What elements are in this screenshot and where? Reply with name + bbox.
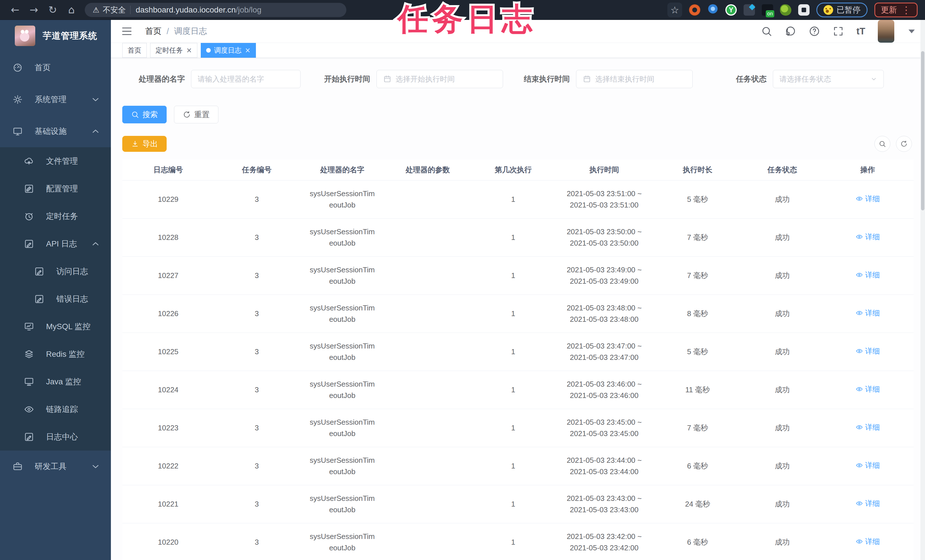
sidebar-item-13[interactable]: 日志中心	[0, 423, 111, 450]
cell-log-id: 10226	[122, 295, 214, 333]
detail-link[interactable]: 详细	[856, 422, 880, 433]
sidebar-item-label: Redis 监控	[46, 349, 84, 360]
cell-task-id: 3	[214, 371, 300, 409]
cell-duration: 11 毫秒	[652, 371, 743, 409]
page-scrollbar[interactable]	[920, 20, 925, 560]
reset-button[interactable]: 重置	[174, 106, 218, 123]
sidebar-item-2[interactable]: 基础设施	[0, 115, 111, 147]
cell-params	[385, 218, 471, 256]
search-button[interactable]: 搜索	[122, 106, 167, 123]
search-icon[interactable]	[761, 26, 772, 37]
toggle-search-button[interactable]	[874, 136, 890, 152]
search-actions: 搜索 重置	[122, 106, 914, 123]
github-icon[interactable]	[785, 26, 796, 37]
avatar[interactable]	[878, 20, 894, 43]
sidebar-item-label: 定时任务	[46, 211, 78, 222]
extensions-puzzle-icon[interactable]	[798, 4, 809, 16]
sidebar-item-0[interactable]: 首页	[0, 52, 111, 84]
font-size-icon[interactable]: tT	[856, 26, 865, 37]
hamburger-icon[interactable]	[121, 26, 133, 37]
help-icon[interactable]	[809, 26, 820, 37]
ext-blue-bulb-icon[interactable]	[707, 4, 719, 16]
ext-orange-circle-icon[interactable]	[689, 4, 701, 16]
table-header-row: 日志编号任务编号处理器的名字处理器的参数第几次执行执行时间执行时长任务状态操作	[122, 160, 914, 180]
close-icon[interactable]: ×	[245, 46, 250, 54]
sidebar-item-8[interactable]: 错误日志	[0, 285, 111, 313]
filter-select-input-3[interactable]: 请选择任务状态	[773, 70, 884, 88]
sidebar-item-12[interactable]: 链路追踪	[0, 395, 111, 423]
filter-text-input-0[interactable]: 请输入处理器的名字	[191, 70, 301, 88]
breadcrumb-separator: /	[167, 27, 169, 36]
app-logo[interactable]: 芋道管理系统	[0, 20, 111, 52]
time-line1: 2021-05-03 23:46:00 ~	[556, 378, 652, 390]
sidebar-item-label: 基础设施	[35, 126, 66, 137]
filter-date-input-1[interactable]: 选择开始执行时间	[377, 70, 503, 88]
browser-menu-icon[interactable]: ⋮	[901, 4, 911, 16]
ext-green-leaf-icon[interactable]	[780, 4, 791, 16]
cell-params	[385, 180, 471, 218]
chevron-down-icon[interactable]	[908, 30, 915, 33]
time-line1: 2021-05-03 23:44:00 ~	[556, 455, 652, 466]
cell-handler: sysUserSessionTimeoutJob	[300, 333, 385, 371]
sidebar-item-7[interactable]: 访问日志	[0, 257, 111, 285]
ext-green-y-icon[interactable]	[725, 4, 737, 16]
sidebar-item-label: 文件管理	[46, 156, 78, 167]
detail-link[interactable]: 详细	[856, 345, 880, 357]
close-icon[interactable]: ×	[186, 46, 192, 54]
cell-count: 1	[471, 218, 556, 256]
export-button[interactable]: 导出	[122, 136, 167, 152]
sidebar-item-3[interactable]: 文件管理	[0, 147, 111, 175]
chevron-down-icon	[871, 75, 877, 83]
input-placeholder: 请选择任务状态	[779, 74, 831, 84]
detail-label: 详细	[865, 384, 880, 395]
forward-icon[interactable]: →	[24, 4, 43, 16]
detail-link[interactable]: 详细	[856, 384, 880, 395]
sidebar-item-10[interactable]: Redis 监控	[0, 340, 111, 368]
cell-actions: 详细	[822, 371, 914, 409]
cell-task-id: 3	[214, 295, 300, 333]
cell-duration: 8 毫秒	[652, 295, 743, 333]
back-icon[interactable]: ←	[6, 4, 24, 16]
detail-link[interactable]: 详细	[856, 498, 880, 509]
sidebar-item-11[interactable]: Java 监控	[0, 368, 111, 395]
tab-0[interactable]: 首页	[122, 43, 147, 58]
tab-1[interactable]: 定时任务×	[150, 43, 197, 58]
sidebar-item-4[interactable]: 配置管理	[0, 175, 111, 202]
sidebar-item-6[interactable]: API 日志	[0, 230, 111, 257]
home-icon[interactable]: ⌂	[62, 4, 81, 16]
address-bar[interactable]: ⚠ 不安全 dashboard.yudao.iocoder.cn/job/log	[85, 3, 346, 17]
chevron-down-icon	[90, 461, 101, 471]
refresh-table-button[interactable]	[896, 136, 912, 152]
filter-date-input-2[interactable]: 选择结束执行时间	[576, 70, 693, 88]
detail-link[interactable]: 详细	[856, 193, 880, 205]
reload-icon[interactable]: ↻	[43, 4, 62, 16]
paused-chip[interactable]: 已暂停	[817, 3, 868, 17]
detail-link[interactable]: 详细	[856, 536, 880, 547]
sidebar-item-5[interactable]: 定时任务	[0, 202, 111, 230]
breadcrumb-home[interactable]: 首页	[145, 26, 161, 37]
time-line1: 2021-05-03 23:48:00 ~	[556, 302, 652, 313]
sidebar-item-9[interactable]: MySQL 监控	[0, 313, 111, 340]
fullscreen-icon[interactable]	[833, 26, 844, 37]
ext-grid-diamond-icon[interactable]	[744, 4, 755, 16]
ext-on-badge-icon[interactable]	[762, 4, 773, 16]
detail-link[interactable]: 详细	[856, 460, 880, 471]
time-line2: 2021-05-03 23:51:00	[556, 199, 652, 211]
sidebar-item-1[interactable]: 系统管理	[0, 84, 111, 115]
table-toolbar: 导出	[122, 136, 914, 152]
table-row: 102223sysUserSessionTimeoutJob12021-05-0…	[122, 447, 914, 485]
detail-link[interactable]: 详细	[856, 307, 880, 319]
sidebar-item-14[interactable]: 研发工具	[0, 450, 111, 482]
browser-update-button[interactable]: 更新 ⋮	[874, 3, 917, 17]
detail-link[interactable]: 详细	[856, 231, 880, 242]
sidebar-item-label: 首页	[35, 62, 51, 73]
scrollbar-thumb[interactable]	[921, 51, 924, 210]
tab-2[interactable]: 调度日志×	[201, 43, 256, 58]
detail-label: 详细	[865, 498, 880, 509]
table-row: 102243sysUserSessionTimeoutJob12021-05-0…	[122, 371, 914, 409]
cell-actions: 详细	[822, 485, 914, 523]
detail-link[interactable]: 详细	[856, 269, 880, 281]
bookmark-star-icon[interactable]: ☆	[667, 3, 682, 17]
table-row: 102273sysUserSessionTimeoutJob12021-05-0…	[122, 256, 914, 295]
filter-label: 任务状态	[735, 74, 767, 84]
